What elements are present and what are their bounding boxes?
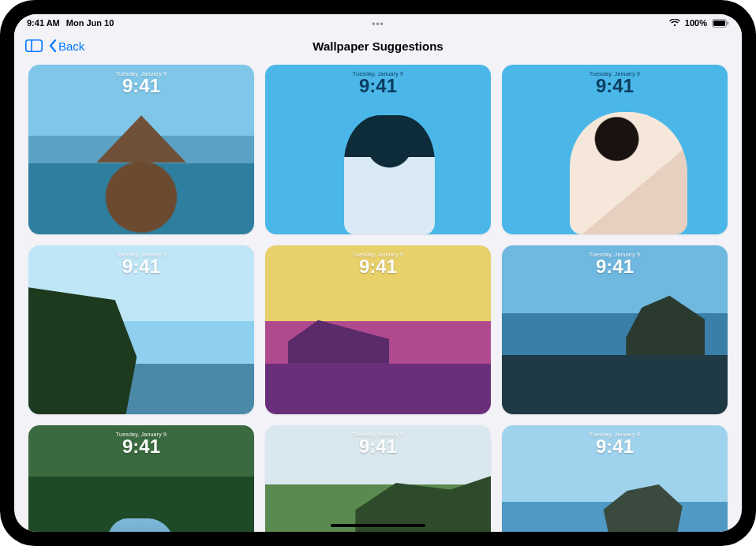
back-label: Back bbox=[58, 39, 84, 53]
lockscreen-clock-preview: Tuesday, January 99:41 bbox=[589, 71, 640, 95]
wifi-icon bbox=[669, 19, 680, 27]
lockscreen-time: 9:41 bbox=[353, 257, 403, 276]
lockscreen-clock-preview: Tuesday, January 99:41 bbox=[116, 252, 167, 276]
lockscreen-time: 9:41 bbox=[589, 437, 640, 456]
battery-icon bbox=[712, 19, 729, 28]
wallpaper-tile[interactable]: Tuesday, January 99:41 bbox=[265, 245, 491, 415]
wallpaper-tile[interactable]: Tuesday, January 99:41 bbox=[265, 425, 491, 532]
home-indicator[interactable] bbox=[331, 524, 425, 527]
lockscreen-time: 9:41 bbox=[353, 437, 403, 456]
lockscreen-time: 9:41 bbox=[116, 437, 167, 456]
page-title: Wallpaper Suggestions bbox=[313, 39, 443, 53]
lockscreen-time: 9:41 bbox=[589, 257, 640, 276]
back-button[interactable]: Back bbox=[49, 39, 84, 53]
status-time: 9:41 AM bbox=[27, 18, 60, 28]
lockscreen-clock-preview: Tuesday, January 99:41 bbox=[589, 432, 640, 456]
chevron-left-icon bbox=[49, 39, 57, 52]
sidebar-toggle-button[interactable] bbox=[24, 37, 44, 54]
sidebar-icon bbox=[25, 39, 43, 52]
lockscreen-time: 9:41 bbox=[589, 77, 640, 95]
lockscreen-clock-preview: Tuesday, January 99:41 bbox=[589, 252, 640, 276]
screen: ••• 9:41 AM Mon Jun 10 100% bbox=[14, 14, 742, 532]
wallpaper-tile[interactable]: Tuesday, January 99:41 bbox=[502, 65, 728, 234]
svg-rect-2 bbox=[728, 21, 729, 24]
lockscreen-time: 9:41 bbox=[116, 77, 167, 95]
wallpaper-tile[interactable]: Tuesday, January 99:41 bbox=[502, 245, 728, 415]
wallpaper-tile[interactable]: Tuesday, January 99:41 bbox=[28, 245, 254, 415]
lockscreen-time: 9:41 bbox=[353, 77, 403, 95]
navigation-bar: Back Wallpaper Suggestions bbox=[14, 32, 742, 60]
svg-rect-1 bbox=[713, 21, 725, 26]
wallpaper-tile[interactable]: Tuesday, January 99:41 bbox=[28, 65, 254, 234]
lockscreen-clock-preview: Tuesday, January 99:41 bbox=[353, 71, 403, 95]
wallpaper-tile[interactable]: Tuesday, January 99:41 bbox=[502, 425, 728, 532]
battery-percent: 100% bbox=[685, 18, 707, 28]
lockscreen-clock-preview: Tuesday, January 99:41 bbox=[353, 432, 403, 456]
ipad-frame: ••• 9:41 AM Mon Jun 10 100% bbox=[0, 0, 756, 546]
svg-rect-3 bbox=[26, 40, 42, 51]
wallpaper-grid-container: Tuesday, January 99:41Tuesday, January 9… bbox=[14, 60, 742, 532]
lockscreen-clock-preview: Tuesday, January 99:41 bbox=[116, 432, 167, 456]
status-date: Mon Jun 10 bbox=[66, 18, 114, 28]
lockscreen-clock-preview: Tuesday, January 99:41 bbox=[353, 252, 403, 276]
wallpaper-tile[interactable]: Tuesday, January 99:41 bbox=[265, 65, 491, 234]
lockscreen-time: 9:41 bbox=[116, 257, 167, 276]
lockscreen-clock-preview: Tuesday, January 99:41 bbox=[116, 71, 167, 95]
wallpaper-tile[interactable]: Tuesday, January 99:41 bbox=[28, 425, 254, 532]
multitasking-indicator-icon[interactable]: ••• bbox=[372, 19, 384, 30]
wallpaper-grid: Tuesday, January 99:41Tuesday, January 9… bbox=[28, 65, 728, 532]
